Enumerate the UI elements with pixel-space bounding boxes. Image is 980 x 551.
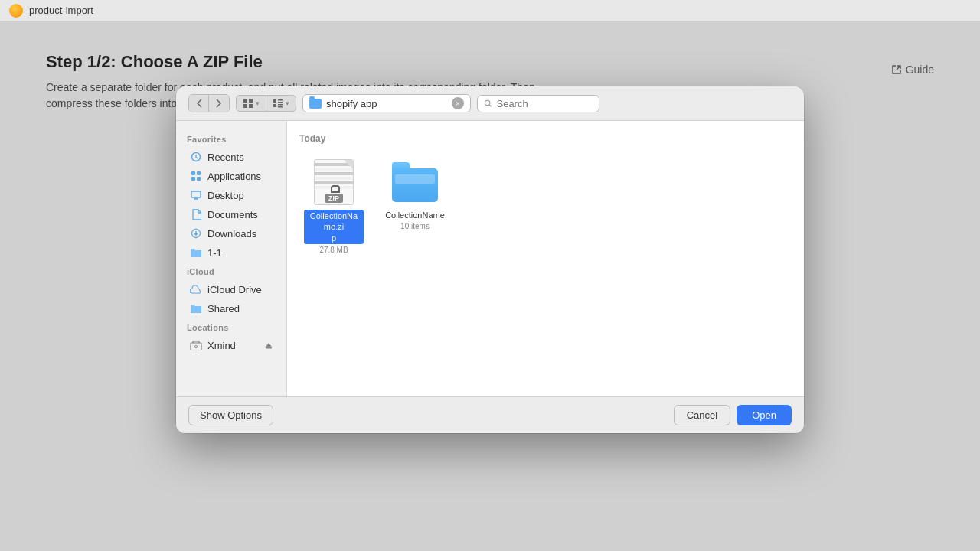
zip-stripe-3 [315,172,353,175]
open-button[interactable]: Open [737,405,792,425]
locations-label: Locations [176,318,286,335]
downloads-label: Downloads [207,228,256,240]
icloud-drive-icon [190,283,202,295]
dialog-footer: Show Options Cancel Open [176,396,804,433]
applications-label: Applications [207,171,261,182]
svg-rect-16 [191,191,201,197]
back-button[interactable] [189,95,209,112]
sidebar-item-shared[interactable]: Shared [179,299,283,318]
folder-icon-wrap [390,158,439,207]
view-options-group: ▾ ▾ [236,95,296,112]
zip-file-size: 27.8 MB [319,246,348,254]
file-dialog: ▾ ▾ shopify app × Favorites [176,86,804,433]
step-title: Step 1/2: Choose A ZIP File [46,52,934,72]
file-item-folder[interactable]: CollectionName 10 items [381,153,449,259]
zip-stripe-2 [315,168,353,171]
app-name: product-import [29,5,93,16]
view-list-chevron: ▾ [286,99,289,107]
svg-rect-1 [249,99,253,103]
sidebar-item-downloads[interactable]: Downloads [179,224,283,243]
file-grid: ZIP CollectionName.zip 27.8 MB [299,153,792,259]
svg-rect-2 [243,104,247,108]
recents-label: Recents [207,152,244,163]
section-header: Today [299,133,792,144]
svg-rect-7 [273,104,276,107]
favorites-label: Favorites [176,130,286,147]
dialog-toolbar: ▾ ▾ shopify app × [176,86,804,121]
desktop-label: Desktop [207,190,244,201]
sidebar-item-documents[interactable]: Documents [179,205,283,223]
location-text: shopify app [326,98,447,109]
search-bar[interactable] [477,95,599,112]
guide-link[interactable]: Guide [891,64,934,76]
svg-rect-3 [249,104,253,108]
zip-file-name: CollectionName.zip [304,210,364,244]
svg-rect-15 [197,177,201,181]
svg-rect-12 [191,171,195,175]
icloud-drive-label: iCloud Drive [207,284,262,295]
documents-icon [190,208,202,220]
location-bar[interactable]: shopify app × [302,94,471,112]
folder-1-1-icon [190,246,202,259]
documents-label: Documents [207,209,258,220]
view-icon-chevron: ▾ [256,99,260,107]
view-list-btn[interactable]: ▾ [266,96,296,111]
applications-icon [190,170,202,182]
svg-rect-0 [243,99,247,103]
view-icon-btn[interactable]: ▾ [237,96,266,111]
svg-rect-20 [266,347,272,349]
cancel-button[interactable]: Cancel [674,405,730,425]
footer-actions: Cancel Open [674,405,792,425]
sidebar-item-1-1[interactable]: 1-1 [179,243,283,262]
shared-label: Shared [207,303,240,315]
1-1-label: 1-1 [207,247,222,259]
svg-rect-14 [191,177,195,181]
svg-rect-4 [273,99,276,103]
menu-bar: product-import [0,0,980,21]
folder-body [392,168,438,202]
zip-badge: ZIP [325,194,343,203]
xmind-label: Xmind [207,340,236,351]
sidebar-item-applications[interactable]: Applications [179,167,283,185]
show-options-button[interactable]: Show Options [188,405,273,425]
svg-rect-13 [197,171,201,175]
svg-rect-18 [191,343,201,350]
folder-item-count: 10 items [400,222,430,230]
forward-button[interactable] [209,95,229,112]
zip-stripe-5 [315,181,353,184]
desktop-icon [190,189,202,201]
zip-file-icon: ZIP [314,159,354,205]
eject-icon [265,341,273,349]
guide-label: Guide [906,64,934,76]
sidebar-item-icloud-drive[interactable]: iCloud Drive [179,280,283,298]
xmind-drive-icon [190,339,202,351]
file-item-zip[interactable]: ZIP CollectionName.zip 27.8 MB [299,153,368,259]
external-link-icon [891,64,902,75]
svg-rect-6 [278,102,283,103]
zip-file-icon-wrap: ZIP [309,158,358,207]
sidebar-item-xmind[interactable]: Xmind [179,336,283,354]
sidebar-item-recents[interactable]: Recents [179,148,283,166]
svg-rect-5 [278,99,283,101]
downloads-icon [190,227,202,240]
sidebar: Favorites Recents Applications Desktop [176,121,287,396]
folder-icon [392,162,438,202]
svg-point-19 [195,345,198,347]
search-input[interactable] [496,98,593,109]
location-clear-btn[interactable]: × [452,97,464,109]
zip-stripe-1 [315,163,353,166]
list-view-icon [273,98,283,109]
svg-rect-9 [278,106,283,108]
sidebar-item-desktop[interactable]: Desktop [179,186,283,204]
folder-name: CollectionName [385,210,445,220]
zip-stripe-4 [315,177,353,180]
folder-shine [395,174,435,184]
dialog-body: Favorites Recents Applications Desktop [176,121,804,396]
location-folder-icon [309,99,322,109]
search-icon [484,99,492,109]
nav-group [188,94,230,112]
recents-icon [190,151,202,163]
shared-icon [190,302,202,315]
grid-view-icon [243,98,253,109]
icloud-label: iCloud [176,262,286,279]
